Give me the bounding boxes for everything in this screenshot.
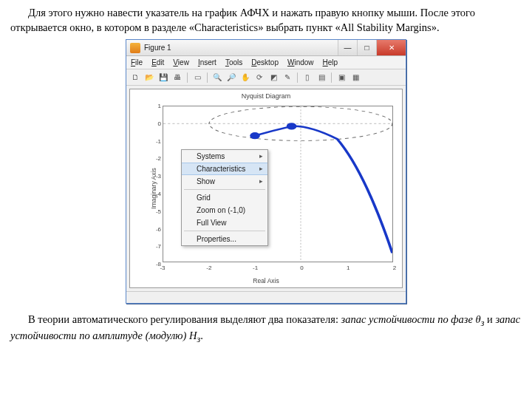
nyquist-plot[interactable]: Nyquist Diagram Imaginary Axis Real Axis — [129, 89, 403, 288]
svg-point-4 — [287, 123, 297, 129]
ctx-zoom[interactable]: Zoom on (-1,0) — [182, 204, 267, 216]
theta-symbol: θ — [476, 313, 481, 325]
rotate-icon[interactable]: ⟳ — [253, 72, 265, 83]
window-titlebar: Figure 1 — □ ✕ — [126, 40, 406, 56]
menu-view[interactable]: View — [173, 58, 189, 66]
p2-lead: В теории автоматического регулирования в… — [28, 313, 341, 325]
context-menu: Systems Characteristics Show Grid Zoom o… — [181, 149, 268, 246]
p2-period: . — [200, 330, 203, 341]
menu-desktop[interactable]: Desktop — [251, 58, 279, 66]
minimize-glyph: — — [344, 44, 352, 52]
menu-bar: File Edit View Insert Tools Desktop Wind… — [126, 56, 406, 69]
x-tick: -1 — [253, 265, 258, 271]
plot-axes: Systems Characteristics Show Grid Zoom o… — [163, 106, 393, 262]
layout-icon[interactable]: ▦ — [349, 72, 361, 83]
open-icon[interactable]: 📂 — [143, 72, 155, 83]
status-bar — [126, 291, 406, 303]
y-tick: -4 — [152, 191, 161, 197]
y-tick: -2 — [152, 155, 161, 162]
window-minimize-button[interactable]: — — [338, 40, 357, 55]
x-tick: 0 — [300, 265, 303, 271]
p2-and: и — [487, 313, 495, 325]
ctx-divider — [184, 189, 265, 190]
zoom-out-icon[interactable]: 🔎 — [225, 72, 237, 83]
window-close-button[interactable]: ✕ — [376, 40, 406, 55]
p2-term-phase: запас устойчивости по фазе — [341, 313, 473, 325]
menu-window[interactable]: Window — [287, 58, 314, 66]
ctx-characteristics[interactable]: Characteristics — [182, 163, 267, 175]
window-maximize-button[interactable]: □ — [357, 40, 376, 55]
ctx-grid[interactable]: Grid — [182, 191, 267, 204]
menu-tools[interactable]: Tools — [225, 58, 242, 66]
matlab-figure-window: Figure 1 — □ ✕ File Edit View Insert Too… — [126, 39, 406, 304]
svg-point-3 — [250, 132, 260, 139]
menu-file[interactable]: File — [131, 58, 143, 66]
brush-icon[interactable]: ✎ — [282, 72, 293, 83]
legend-icon[interactable]: ▤ — [316, 72, 327, 83]
save-icon[interactable]: 💾 — [157, 72, 169, 83]
datatip-icon[interactable]: ◩ — [267, 72, 279, 83]
y-tick: 1 — [152, 103, 161, 109]
y-tick: -7 — [152, 243, 161, 250]
plot-canvas: Nyquist Diagram Imaginary Axis Real Axis — [126, 86, 406, 291]
toolbar-separator — [297, 72, 298, 83]
window-title: Figure 1 — [144, 44, 338, 52]
ctx-systems[interactable]: Systems — [182, 150, 267, 163]
ctx-full-view[interactable]: Full View — [182, 216, 267, 229]
y-tick: -6 — [152, 225, 161, 232]
y-tick: -5 — [152, 208, 161, 214]
x-axis-label: Real Axis — [253, 277, 279, 284]
colorbar-icon[interactable]: ▯ — [301, 72, 313, 83]
ctx-properties[interactable]: Properties... — [182, 233, 267, 245]
x-tick: 1 — [347, 265, 349, 271]
menu-help[interactable]: Help — [323, 58, 338, 66]
y-tick: -1 — [152, 137, 161, 144]
theta-subscript: з — [481, 318, 485, 328]
new-figure-icon[interactable]: 🗋 — [129, 72, 141, 83]
figure-wrapper: Figure 1 — □ ✕ File Edit View Insert Too… — [10, 39, 522, 304]
dock-icon[interactable]: ▣ — [335, 72, 347, 83]
menu-insert[interactable]: Insert — [198, 58, 216, 66]
app-icon — [130, 43, 140, 53]
print-icon[interactable]: 🖶 — [171, 72, 183, 83]
x-tick: -3 — [160, 265, 165, 271]
toolbar-separator — [207, 72, 208, 83]
pan-icon[interactable]: ✋ — [239, 72, 251, 83]
toolbar-separator — [331, 72, 332, 83]
plot-title: Nyquist Diagram — [130, 89, 402, 100]
toolbar: 🗋 📂 💾 🖶 ▭ 🔍 🔎 ✋ ⟳ ◩ ✎ ▯ ▤ ▣ ▦ — [126, 69, 406, 86]
theory-paragraph: В теории автоматического регулирования в… — [10, 313, 522, 345]
close-glyph: ✕ — [389, 44, 395, 52]
x-tick: 2 — [393, 265, 396, 271]
toolbar-separator — [187, 72, 188, 83]
x-tick: -2 — [206, 265, 211, 271]
menu-edit[interactable]: Edit — [151, 58, 164, 66]
ctx-show[interactable]: Show — [182, 175, 267, 188]
h-symbol: H — [189, 330, 197, 341]
pointer-icon[interactable]: ▭ — [191, 72, 203, 83]
ctx-divider — [184, 231, 265, 231]
zoom-in-icon[interactable]: 🔍 — [211, 72, 223, 83]
maximize-glyph: □ — [364, 44, 369, 52]
intro-paragraph: Для этого нужно навести указатель на гра… — [10, 6, 522, 35]
y-tick: -3 — [152, 173, 161, 180]
y-tick: 0 — [152, 120, 161, 126]
